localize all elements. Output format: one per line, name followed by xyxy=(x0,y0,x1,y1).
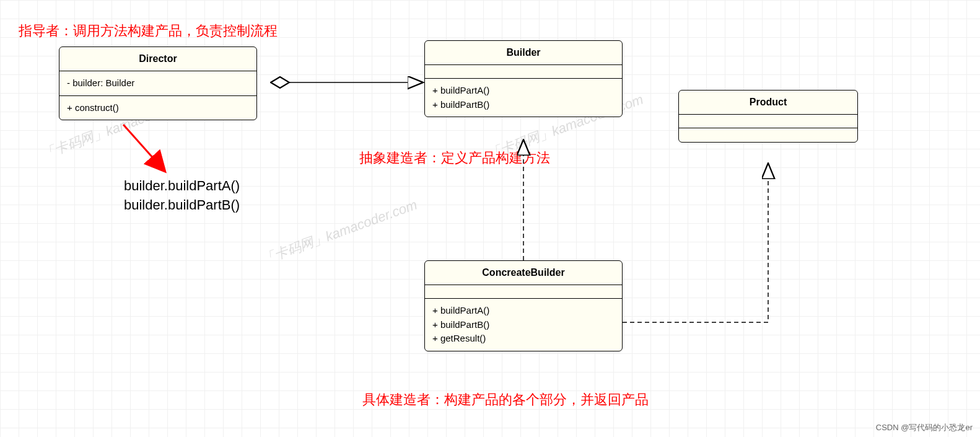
concrete-op2: + buildPartB() xyxy=(432,318,615,332)
class-concrete-ops: + buildPartA() + buildPartB() + getResul… xyxy=(425,299,622,351)
annotation-director: 指导者：调用方法构建产品，负责控制流程 xyxy=(19,22,278,40)
class-product: Product xyxy=(678,90,858,143)
class-product-title: Product xyxy=(679,90,857,115)
annotation-concrete: 具体建造者：构建产品的各个部分，并返回产品 xyxy=(362,391,649,409)
class-concrete-title: ConcreateBuilder xyxy=(425,261,622,285)
class-concrete-attrs xyxy=(425,285,622,299)
call-note: builder.buildPartA() builder.buildPartB(… xyxy=(124,177,240,215)
annotation-abstract: 抽象建造者：定义产品构建方法 xyxy=(359,149,550,167)
call-note-line1: builder.buildPartA() xyxy=(124,177,240,196)
class-director: Director - builder: Builder + construct(… xyxy=(59,46,257,120)
class-director-title: Director xyxy=(59,47,256,71)
class-builder-ops: + buildPartA() + buildPartB() xyxy=(425,79,622,117)
builder-op2: + buildPartB() xyxy=(432,98,615,112)
attribution: CSDN @写代码的小恐龙er xyxy=(876,422,973,433)
class-builder-attrs xyxy=(425,65,622,79)
class-product-ops xyxy=(679,128,857,142)
class-product-attrs xyxy=(679,115,857,128)
concrete-op1: + buildPartA() xyxy=(432,304,615,318)
class-builder: Builder + buildPartA() + buildPartB() xyxy=(424,40,623,117)
call-note-line2: builder.buildPartB() xyxy=(124,196,240,215)
class-director-attrs: - builder: Builder xyxy=(59,71,256,96)
concrete-op3: + getResult() xyxy=(432,332,615,346)
builder-op1: + buildPartA() xyxy=(432,84,615,98)
class-director-ops: + construct() xyxy=(59,96,256,120)
class-concrete: ConcreateBuilder + buildPartA() + buildP… xyxy=(424,260,623,351)
class-builder-title: Builder xyxy=(425,41,622,65)
